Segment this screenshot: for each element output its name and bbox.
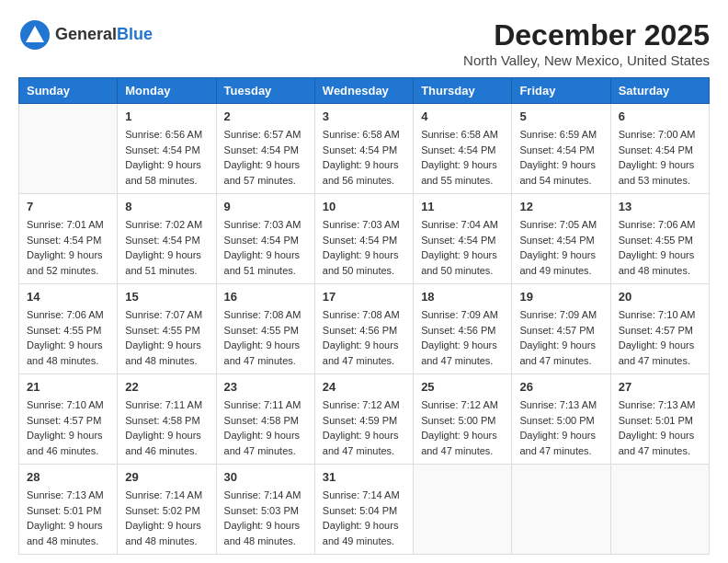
day-info-line: Sunset: 4:56 PM xyxy=(421,325,495,336)
logo: GeneralBlue xyxy=(18,18,153,52)
calendar-cell: 20Sunrise: 7:10 AMSunset: 4:57 PMDayligh… xyxy=(610,284,709,374)
day-info-line: Sunrise: 7:13 AM xyxy=(519,399,597,410)
day-info: Sunrise: 7:09 AMSunset: 4:57 PMDaylight:… xyxy=(519,307,602,368)
calendar-cell: 28Sunrise: 7:13 AMSunset: 5:01 PMDayligh… xyxy=(19,465,118,555)
day-number: 21 xyxy=(27,380,109,394)
day-info-line: Sunrise: 7:10 AM xyxy=(27,399,104,410)
calendar-cell: 2Sunrise: 6:57 AMSunset: 4:54 PMDaylight… xyxy=(216,104,314,194)
day-info-line: Sunset: 4:54 PM xyxy=(323,235,397,246)
day-info-line: Sunset: 4:54 PM xyxy=(224,144,299,155)
day-info-line: Sunset: 4:54 PM xyxy=(125,235,199,246)
day-info-line: Daylight: 9 hours xyxy=(323,249,399,260)
calendar-cell xyxy=(610,465,709,555)
day-info-line: Daylight: 9 hours xyxy=(421,249,497,260)
calendar-cell: 22Sunrise: 7:11 AMSunset: 4:58 PMDayligh… xyxy=(118,374,216,465)
day-info-line: Daylight: 9 hours xyxy=(421,339,497,350)
calendar-cell: 9Sunrise: 7:03 AMSunset: 4:54 PMDaylight… xyxy=(216,194,314,284)
day-info-line: Sunrise: 7:04 AM xyxy=(421,219,498,230)
day-info-line: Sunset: 4:55 PM xyxy=(125,325,199,336)
day-info-line: Sunrise: 7:06 AM xyxy=(27,309,104,320)
day-number: 28 xyxy=(27,470,109,484)
day-info-line: Sunrise: 7:08 AM xyxy=(323,309,400,320)
day-number: 27 xyxy=(619,380,701,394)
day-info-line: Sunset: 4:54 PM xyxy=(519,235,594,246)
day-info-line: and 47 minutes. xyxy=(421,445,493,456)
day-info-line: Sunset: 4:54 PM xyxy=(224,235,299,246)
calendar-cell: 17Sunrise: 7:08 AMSunset: 4:56 PMDayligh… xyxy=(314,284,413,374)
calendar-cell: 24Sunrise: 7:12 AMSunset: 4:59 PMDayligh… xyxy=(314,374,413,465)
day-info-line: and 48 minutes. xyxy=(27,535,98,546)
day-info-line: and 48 minutes. xyxy=(125,535,197,546)
calendar-cell: 16Sunrise: 7:08 AMSunset: 4:55 PMDayligh… xyxy=(216,284,314,374)
day-info-line: Sunrise: 7:14 AM xyxy=(224,489,301,500)
logo-icon xyxy=(18,18,51,52)
day-number: 17 xyxy=(323,290,405,304)
day-info: Sunrise: 7:13 AMSunset: 5:01 PMDaylight:… xyxy=(619,397,701,458)
calendar-cell: 11Sunrise: 7:04 AMSunset: 4:54 PMDayligh… xyxy=(414,194,512,284)
calendar-cell: 25Sunrise: 7:12 AMSunset: 5:00 PMDayligh… xyxy=(414,374,512,465)
day-info-line: Daylight: 9 hours xyxy=(519,249,596,260)
day-info-line: Sunrise: 7:11 AM xyxy=(224,399,301,410)
calendar-cell xyxy=(414,465,512,555)
day-number: 31 xyxy=(323,470,405,484)
weekday-header-tuesday: Tuesday xyxy=(216,78,314,104)
day-info: Sunrise: 7:02 AMSunset: 4:54 PMDaylight:… xyxy=(125,217,208,278)
day-info-line: and 53 minutes. xyxy=(619,175,690,186)
calendar-cell: 5Sunrise: 6:59 AMSunset: 4:54 PMDaylight… xyxy=(512,104,610,194)
calendar-cell xyxy=(512,465,610,555)
day-info-line: Sunset: 5:00 PM xyxy=(519,415,594,426)
calendar-cell: 18Sunrise: 7:09 AMSunset: 4:56 PMDayligh… xyxy=(414,284,512,374)
day-info-line: and 47 minutes. xyxy=(519,445,591,456)
day-info: Sunrise: 6:58 AMSunset: 4:54 PMDaylight:… xyxy=(323,127,405,188)
day-number: 12 xyxy=(519,200,602,213)
day-number: 18 xyxy=(421,290,504,304)
month-title: December 2025 xyxy=(463,18,710,52)
logo-text-block: GeneralBlue xyxy=(55,26,153,44)
day-info: Sunrise: 7:09 AMSunset: 4:56 PMDaylight:… xyxy=(421,307,504,368)
calendar-cell: 19Sunrise: 7:09 AMSunset: 4:57 PMDayligh… xyxy=(512,284,610,374)
day-info-line: Daylight: 9 hours xyxy=(619,159,695,170)
day-info-line: Daylight: 9 hours xyxy=(421,430,497,441)
day-info-line: Sunrise: 7:14 AM xyxy=(323,489,400,500)
day-info-line: Sunrise: 6:59 AM xyxy=(519,129,597,140)
calendar-cell: 27Sunrise: 7:13 AMSunset: 5:01 PMDayligh… xyxy=(610,374,709,465)
day-info-line: Sunset: 4:54 PM xyxy=(519,144,594,155)
day-number: 2 xyxy=(224,109,307,123)
day-info: Sunrise: 7:04 AMSunset: 4:54 PMDaylight:… xyxy=(421,217,504,278)
day-number: 19 xyxy=(519,290,602,304)
day-info-line: Sunrise: 7:14 AM xyxy=(125,489,202,500)
day-info-line: Sunrise: 7:01 AM xyxy=(27,219,104,230)
day-number: 14 xyxy=(27,290,109,304)
calendar-cell: 10Sunrise: 7:03 AMSunset: 4:54 PMDayligh… xyxy=(314,194,413,284)
day-number: 30 xyxy=(224,470,307,484)
day-info-line: Sunset: 4:58 PM xyxy=(125,415,199,426)
weekday-header-saturday: Saturday xyxy=(610,78,709,104)
day-info-line: and 56 minutes. xyxy=(323,175,394,186)
calendar-cell: 29Sunrise: 7:14 AMSunset: 5:02 PMDayligh… xyxy=(118,465,216,555)
day-info-line: Sunrise: 7:05 AM xyxy=(519,219,597,230)
day-info-line: and 55 minutes. xyxy=(421,175,493,186)
day-number: 22 xyxy=(125,380,208,394)
day-number: 15 xyxy=(125,290,208,304)
day-info-line: Daylight: 9 hours xyxy=(224,520,301,531)
day-info-line: Sunrise: 7:07 AM xyxy=(125,309,202,320)
day-info-line: Sunrise: 7:12 AM xyxy=(323,399,400,410)
day-info-line: Sunrise: 6:58 AM xyxy=(421,129,498,140)
day-info-line: Daylight: 9 hours xyxy=(224,430,301,441)
day-info-line: and 48 minutes. xyxy=(619,265,690,276)
day-info-line: Sunset: 5:01 PM xyxy=(27,505,101,516)
day-info-line: Sunset: 4:54 PM xyxy=(125,144,199,155)
calendar-cell: 13Sunrise: 7:06 AMSunset: 4:55 PMDayligh… xyxy=(610,194,709,284)
day-info-line: Sunrise: 7:02 AM xyxy=(125,219,202,230)
calendar-cell: 7Sunrise: 7:01 AMSunset: 4:54 PMDaylight… xyxy=(19,194,118,284)
day-number: 26 xyxy=(519,380,602,394)
calendar-cell: 14Sunrise: 7:06 AMSunset: 4:55 PMDayligh… xyxy=(19,284,118,374)
day-info-line: and 47 minutes. xyxy=(421,355,493,366)
day-info: Sunrise: 7:03 AMSunset: 4:54 PMDaylight:… xyxy=(224,217,307,278)
day-info-line: Sunset: 4:54 PM xyxy=(27,235,101,246)
day-info-line: and 58 minutes. xyxy=(125,175,197,186)
day-number: 25 xyxy=(421,380,504,394)
location: North Valley, New Mexico, United States xyxy=(463,52,710,68)
day-info-line: Sunrise: 7:00 AM xyxy=(619,129,696,140)
weekday-header-monday: Monday xyxy=(118,78,216,104)
